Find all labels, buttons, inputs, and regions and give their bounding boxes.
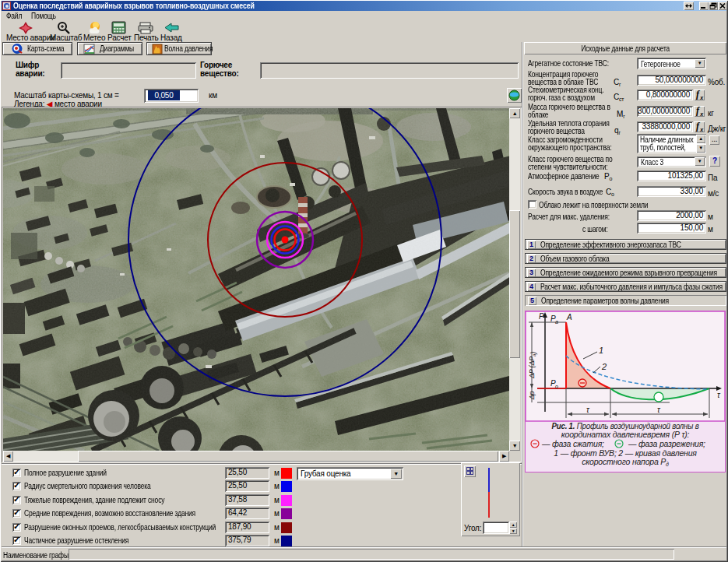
svg-text:— фаза сжатия;: — фаза сжатия; xyxy=(541,439,604,448)
svg-text:2: 2 xyxy=(601,362,607,371)
svg-text:A: A xyxy=(566,313,572,321)
svg-text:координатах давлениевремя (Р: координатах давлениевремя (Р τ): xyxy=(561,430,690,439)
svg-text:P: P xyxy=(539,312,544,321)
svg-text:скоростного напора Рд: скоростного напора Рд xyxy=(582,457,669,467)
svg-text:— фаза разрежения;: — фаза разрежения; xyxy=(628,439,705,448)
svg-text:о: о xyxy=(555,384,558,389)
svg-text:1: 1 xyxy=(599,346,603,355)
svg-text:а: а xyxy=(555,319,558,325)
svg-text:Δp: Δp xyxy=(528,391,536,400)
